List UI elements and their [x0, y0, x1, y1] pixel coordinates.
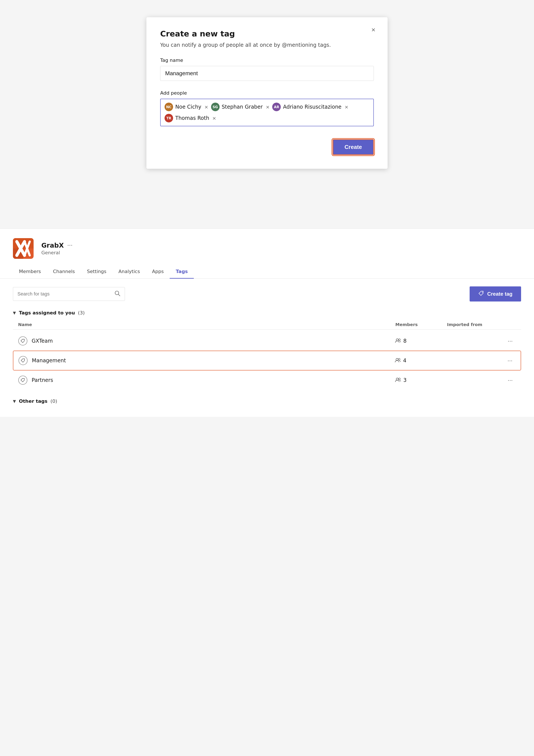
tag-name-partners: Partners — [32, 377, 53, 383]
person-avatar: SG — [211, 103, 220, 111]
tab-tags[interactable]: Tags — [170, 265, 194, 279]
tags-toolbar: Create tag — [0, 286, 534, 302]
remove-person-button[interactable]: × — [266, 104, 269, 110]
tags-assigned-section: ▼ Tags assigned to you (3) Name Members … — [0, 310, 534, 404]
section-header-assigned[interactable]: ▼ Tags assigned to you (3) — [13, 310, 521, 315]
team-logo — [13, 238, 34, 259]
teams-panel: GrabX ··· General Members Channels Setti… — [0, 229, 534, 417]
members-icon — [395, 338, 401, 344]
tab-analytics[interactable]: Analytics — [113, 265, 146, 279]
create-tag-button[interactable]: Create tag — [470, 286, 521, 302]
person-chip: NC Noe Cichy × — [165, 103, 208, 111]
tab-settings[interactable]: Settings — [81, 265, 113, 279]
section-title-assigned: Tags assigned to you — [19, 310, 75, 315]
nav-tabs: Members Channels Settings Analytics Apps… — [0, 265, 534, 279]
person-name: Adriano Risuscitazione — [283, 104, 341, 110]
other-tags-count: (0) — [50, 398, 57, 404]
person-avatar: AR — [272, 103, 281, 111]
tag-name-label: Tag name — [160, 58, 374, 63]
members-icon-partners — [395, 377, 401, 383]
avatar-initials: SG — [211, 103, 220, 111]
person-name: Stephan Graber — [222, 104, 263, 110]
remove-person-button[interactable]: × — [344, 104, 348, 110]
other-tags-label: Other tags — [19, 398, 48, 404]
team-channel: General — [41, 250, 521, 256]
members-cell-partners: 3 — [395, 377, 447, 383]
members-cell-gxteam: 8 — [395, 338, 447, 344]
search-icon — [114, 290, 120, 298]
tag-icon-btn — [478, 290, 484, 298]
team-dots[interactable]: ··· — [67, 242, 73, 249]
add-people-label: Add people — [160, 90, 374, 96]
remove-person-button[interactable]: × — [212, 116, 216, 121]
person-chip: TR Thomas Roth × — [165, 114, 216, 122]
members-icon-management — [395, 357, 401, 364]
close-button[interactable]: × — [369, 25, 378, 35]
more-menu-gxteam[interactable]: ··· — [505, 336, 516, 346]
tab-channels[interactable]: Channels — [47, 265, 81, 279]
members-count-partners: 3 — [403, 377, 407, 383]
other-tags-section: ▼ Other tags (0) — [13, 398, 521, 404]
create-button[interactable]: Create — [333, 139, 374, 155]
tab-apps[interactable]: Apps — [146, 265, 170, 279]
svg-point-10 — [396, 339, 398, 341]
create-tag-label: Create tag — [487, 291, 513, 297]
chevron-other-icon: ▼ — [13, 399, 16, 403]
tag-icon-management — [18, 356, 28, 365]
team-header: GrabX ··· General — [0, 229, 534, 265]
svg-point-15 — [398, 378, 400, 380]
tag-name-management: Management — [32, 358, 66, 364]
table-row-partners[interactable]: Partners 3 ··· — [13, 370, 521, 390]
table-header: Name Members Imported from — [13, 320, 521, 330]
person-name: Noe Cichy — [175, 104, 201, 110]
person-chip: AR Adriano Risuscitazione × — [272, 103, 348, 111]
tag-name-cell-partners: Partners — [18, 376, 395, 385]
table-row[interactable]: GXTeam 8 ··· — [13, 331, 521, 351]
team-name-text: GrabX — [41, 242, 64, 249]
col-name: Name — [18, 322, 395, 327]
tag-name-gxteam: GXTeam — [32, 338, 53, 344]
modal-footer: Create — [160, 139, 374, 155]
team-info: GrabX ··· General — [41, 242, 521, 256]
person-avatar: TR — [165, 114, 173, 122]
col-imported: Imported from — [447, 322, 516, 327]
svg-point-13 — [398, 358, 400, 360]
avatar-initials: TR — [165, 114, 173, 122]
remove-person-button[interactable]: × — [204, 104, 208, 110]
more-menu-management[interactable]: ··· — [504, 356, 516, 365]
tag-name-cell: GXTeam — [18, 337, 395, 345]
tab-members[interactable]: Members — [13, 265, 47, 279]
modal-title: Create a new tag — [160, 29, 374, 38]
members-cell-management: 4 — [395, 357, 446, 364]
team-name: GrabX ··· — [41, 242, 521, 249]
more-menu-partners[interactable]: ··· — [505, 375, 516, 385]
avatar-initials: AR — [272, 103, 281, 111]
avatar-initials: NC — [165, 103, 173, 111]
col-members: Members — [395, 322, 447, 327]
svg-point-14 — [396, 378, 398, 380]
members-count-gxteam: 8 — [403, 338, 407, 344]
person-chip: SG Stephan Graber × — [211, 103, 270, 111]
svg-line-8 — [118, 294, 120, 296]
chevron-icon: ▼ — [13, 310, 16, 315]
tag-name-input[interactable] — [160, 66, 374, 81]
table-row-management[interactable]: Management 4 ··· — [13, 351, 521, 370]
modal-backdrop: × Create a new tag You can notify a grou… — [39, 17, 495, 169]
svg-point-9 — [482, 292, 483, 293]
svg-point-12 — [396, 358, 398, 361]
modal-subtitle: You can notify a group of people all at … — [160, 42, 374, 48]
svg-point-11 — [398, 339, 400, 340]
search-input[interactable] — [17, 291, 111, 297]
section-header-other[interactable]: ▼ Other tags (0) — [13, 398, 521, 404]
members-count-management: 4 — [403, 358, 406, 364]
create-tag-modal: × Create a new tag You can notify a grou… — [146, 17, 388, 169]
search-box[interactable] — [13, 287, 125, 301]
person-avatar: NC — [165, 103, 173, 111]
people-field[interactable]: NC Noe Cichy × SG Stephan Graber × AR Ad… — [160, 99, 374, 126]
tag-icon-partners — [18, 376, 27, 385]
tag-icon-gxteam — [18, 337, 27, 345]
assigned-count: (3) — [78, 310, 85, 315]
person-name: Thomas Roth — [175, 115, 209, 121]
tag-name-cell-management: Management — [18, 356, 395, 365]
